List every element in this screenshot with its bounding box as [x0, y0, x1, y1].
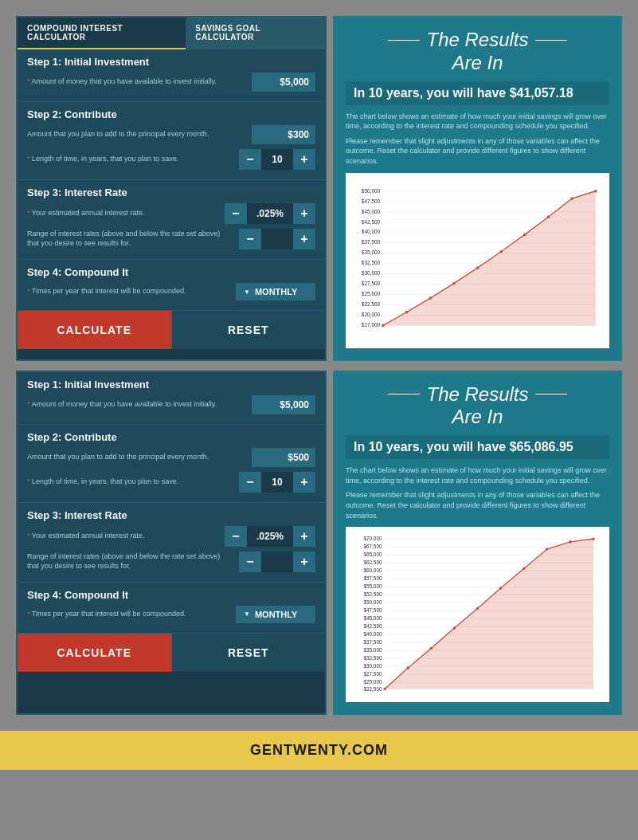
- svg-text:$70,000: $70,000: [364, 536, 382, 541]
- step2-plus-btn-2[interactable]: +: [293, 472, 315, 493]
- tab-bar-1: COMPOUND INTEREST CALCULATOR SAVINGS GOA…: [18, 18, 325, 49]
- svg-point-38: [594, 189, 597, 192]
- step1-title-2: Step 1: Initial Investment: [27, 379, 315, 391]
- step3-section-1: Step 3: Interest Rate * Your estimated a…: [18, 180, 325, 260]
- step2-plus-btn-1[interactable]: +: [293, 149, 315, 170]
- chart-container-1: $50,000 $47,500 $45,000 $42,500 $40,000 …: [346, 173, 609, 348]
- svg-point-29: [382, 324, 385, 327]
- title-line-right-1: [535, 40, 567, 41]
- results-headline-2: In 10 years, you will have $65,086.95: [346, 435, 609, 459]
- step2-minus-btn-1[interactable]: −: [239, 149, 261, 170]
- svg-marker-28: [383, 190, 596, 325]
- step2-title-1: Step 2: Contribute: [27, 108, 315, 120]
- step3-title-1: Step 3: Interest Rate: [27, 186, 315, 198]
- svg-text:$35,000: $35,000: [362, 249, 381, 255]
- right-panel-1: The Results Are In In 10 years, you will…: [333, 16, 622, 361]
- svg-text:$42,500: $42,500: [362, 218, 381, 224]
- svg-point-88: [569, 540, 572, 544]
- step4-label-1: * Times per year that interest will be c…: [27, 287, 236, 296]
- step3-plus-btn2-2[interactable]: +: [293, 551, 315, 572]
- step4-title-1: Step 4: Compound It: [27, 266, 315, 278]
- step2-section-2: Step 2: Contribute Amount that you plan …: [18, 425, 325, 503]
- svg-text:$22,500: $22,500: [364, 686, 382, 692]
- step3-minus-btn1-1[interactable]: −: [225, 203, 247, 224]
- step2-input1-1[interactable]: $300: [252, 125, 315, 144]
- svg-text:$45,000: $45,000: [364, 615, 382, 621]
- step2-label1-2: Amount that you plan to add to the princ…: [27, 453, 252, 462]
- step2-section-1: Step 2: Contribute Amount that you plan …: [18, 102, 325, 180]
- svg-point-37: [570, 197, 573, 200]
- step3-plus-btn1-1[interactable]: +: [293, 203, 315, 224]
- step3-plus-btn1-2[interactable]: +: [293, 526, 315, 547]
- step1-title-1: Step 1: Initial Investment: [27, 56, 315, 68]
- step3-minus-btn1-2[interactable]: −: [225, 526, 247, 547]
- svg-text:$25,000: $25,000: [364, 679, 382, 685]
- svg-text:$55,000: $55,000: [364, 583, 382, 589]
- step2-stepper-1: − 10 +: [239, 149, 315, 170]
- step3-plus-btn2-1[interactable]: +: [293, 229, 315, 249]
- button-row-2: CALCULATE RESET: [18, 634, 325, 672]
- reset-button-2[interactable]: RESET: [171, 634, 326, 672]
- step1-input-1[interactable]: $5,000: [252, 73, 315, 92]
- svg-text:$20,000: $20,000: [362, 312, 381, 317]
- chart-container-2: $70,000 $67,500 $65,000 $62,500 $60,000 …: [346, 527, 609, 702]
- results-headline-1: In 10 years, you will have $41,057.18: [346, 81, 609, 105]
- step3-title-2: Step 3: Interest Rate: [27, 509, 315, 521]
- svg-text:$57,500: $57,500: [364, 575, 382, 581]
- svg-text:$45,000: $45,000: [362, 208, 381, 214]
- svg-point-82: [430, 647, 433, 650]
- svg-text:$62,500: $62,500: [364, 559, 382, 565]
- step3-stepper2-1: − +: [239, 229, 315, 249]
- step4-select-2[interactable]: ▼ MONTHLY: [236, 606, 315, 623]
- svg-text:$22,500: $22,500: [362, 301, 381, 307]
- svg-point-31: [429, 296, 432, 300]
- svg-point-87: [546, 548, 549, 551]
- svg-marker-79: [385, 539, 593, 689]
- chart-svg-2: $70,000 $67,500 $65,000 $62,500 $60,000 …: [352, 533, 603, 693]
- svg-text:$40,000: $40,000: [364, 631, 382, 637]
- tab-savings-goal-1[interactable]: SAVINGS GOAL CALCULATOR: [186, 18, 325, 49]
- step2-input1-2[interactable]: $500: [252, 448, 315, 467]
- step3-minus-btn2-2[interactable]: −: [239, 551, 261, 572]
- svg-text:$32,500: $32,500: [364, 655, 382, 661]
- step2-stepper-val-1: 10: [261, 154, 293, 165]
- svg-text:$32,500: $32,500: [362, 260, 381, 265]
- step3-label1-1: * Your estimated annual interest rate.: [27, 209, 225, 218]
- step2-title-2: Step 2: Contribute: [27, 431, 315, 443]
- results-text1-1: The chart below shows an estimate of how…: [346, 112, 609, 131]
- step2-stepper-val-2: 10: [261, 477, 293, 488]
- svg-text:$27,500: $27,500: [364, 671, 382, 677]
- svg-text:$47,500: $47,500: [364, 607, 382, 613]
- svg-text:$35,000: $35,000: [364, 647, 382, 653]
- step1-label-1: * Amount of money that you have availabl…: [27, 77, 252, 87]
- svg-text:$30,000: $30,000: [364, 663, 382, 669]
- title-line-left-2: [388, 394, 420, 394]
- step3-val1-1: .025%: [247, 208, 293, 219]
- left-panel-1: COMPOUND INTEREST CALCULATOR SAVINGS GOA…: [16, 16, 327, 361]
- step4-select-1[interactable]: ▼ MONTHLY: [236, 283, 315, 300]
- step1-label-2: * Amount of money that you have availabl…: [27, 400, 252, 410]
- calculator-pair-2: Step 1: Initial Investment * Amount of m…: [16, 371, 622, 716]
- reset-button-1[interactable]: RESET: [171, 311, 326, 349]
- results-text2-1: Please remember that slight adjustments …: [346, 136, 609, 167]
- step3-minus-btn2-1[interactable]: −: [239, 229, 261, 249]
- calculate-button-2[interactable]: CALCULATE: [18, 634, 171, 672]
- tab-compound-interest-1[interactable]: COMPOUND INTEREST CALCULATOR: [18, 18, 186, 49]
- svg-text:$42,500: $42,500: [364, 623, 382, 629]
- step1-section-2: Step 1: Initial Investment * Amount of m…: [18, 372, 325, 425]
- svg-text:$52,500: $52,500: [364, 591, 382, 597]
- step4-title-2: Step 4: Compound It: [27, 589, 315, 601]
- step2-minus-btn-2[interactable]: −: [239, 472, 261, 493]
- step3-label2-2: Range of interest rates (above and below…: [27, 552, 239, 571]
- right-panel-2: The Results Are In In 10 years, you will…: [333, 371, 622, 716]
- svg-text:$50,000: $50,000: [362, 187, 381, 193]
- svg-text:$37,500: $37,500: [364, 639, 382, 645]
- calculate-button-1[interactable]: CALCULATE: [18, 311, 171, 349]
- step3-label2-1: Range of interest rates (above and below…: [27, 230, 239, 248]
- svg-text:$47,500: $47,500: [362, 198, 381, 203]
- footer-text: GENTWENTY.COM: [250, 742, 388, 758]
- step2-stepper-2: − 10 +: [239, 472, 315, 493]
- title-line-left-1: [388, 40, 420, 41]
- step2-label2-1: * Length of time, in years, that you pla…: [27, 155, 239, 164]
- step1-input-2[interactable]: $5,000: [252, 395, 315, 414]
